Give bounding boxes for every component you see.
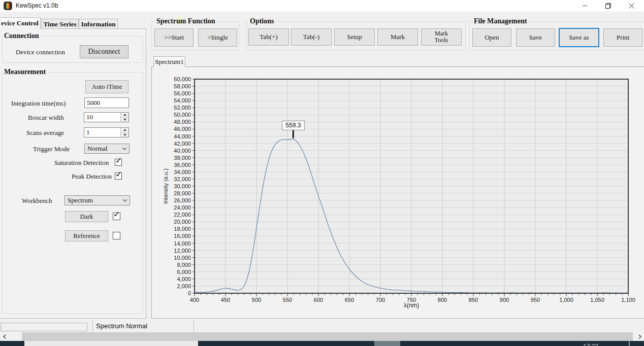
close-button[interactable]	[620, 0, 643, 12]
restore-button[interactable]	[596, 0, 620, 12]
horizontal-scrollbar[interactable]	[0, 332, 644, 341]
spectrum-chart[interactable]: 4004505005506006507007508008509009501,00…	[152, 67, 644, 317]
windows-taskbar[interactable]: 17:22	[0, 341, 644, 346]
check-icon: ✓	[115, 170, 122, 179]
status-separator	[194, 321, 194, 332]
workbench-combobox[interactable]: Spectrum	[65, 195, 130, 205]
x-tick-label: 450	[221, 297, 230, 303]
peak-label: 559.3	[285, 122, 301, 129]
single-button[interactable]: >Single	[198, 28, 237, 47]
x-tick-label: 650	[345, 297, 354, 303]
y-tick-label: 38,000	[174, 155, 191, 161]
minimize-icon	[582, 3, 588, 9]
measurement-group-title: Measurement	[3, 68, 47, 76]
x-tick-label: 950	[531, 297, 540, 303]
reference-button[interactable]: Reference	[65, 230, 108, 241]
connection-group-title: Connection	[3, 32, 40, 40]
scans-spin-down[interactable]	[121, 133, 128, 137]
status-message: Spectrum Normal	[96, 320, 147, 332]
show-desktop-divider	[629, 341, 630, 346]
y-tick-label: 10,000	[174, 255, 191, 261]
scrollbar-thumb[interactable]	[22, 332, 633, 341]
save-as-button[interactable]: Save as	[559, 28, 599, 47]
window-title: KewSpec v1.0b	[16, 0, 58, 12]
taskbar-clock: 17:22	[583, 343, 619, 346]
x-tick-label: 850	[469, 297, 478, 303]
auto-itime-button[interactable]: Auto iTime	[85, 80, 128, 93]
status-progress-bar	[1, 323, 87, 331]
scroll-right-button[interactable]	[635, 332, 644, 341]
y-tick-label: 24,000	[174, 204, 191, 211]
y-tick-label: 52,000	[174, 105, 191, 111]
setup-button[interactable]: Setup	[334, 28, 375, 46]
integration-time-value: 5000	[87, 99, 100, 107]
start-button[interactable]: >>Start	[154, 28, 194, 47]
save-button[interactable]: Save	[516, 28, 555, 47]
spin-up-icon	[123, 129, 126, 131]
saturation-detection-checkbox[interactable]: ✓	[115, 159, 122, 166]
y-tick-label: 60,000	[174, 76, 191, 82]
mark-button[interactable]: Mark	[377, 28, 418, 46]
boxcar-width-spinbox[interactable]: 10	[84, 112, 129, 122]
trigger-mode-combobox[interactable]: Normal	[84, 144, 130, 154]
title-bar: KewSpec v1.0b	[0, 0, 644, 12]
boxcar-spin-up[interactable]	[121, 113, 128, 118]
disconnect-button[interactable]: Disconnect	[80, 45, 128, 58]
y-tick-label: 14,000	[174, 240, 191, 247]
y-tick-label: 26,000	[174, 197, 191, 203]
boxcar-spin-down[interactable]	[121, 118, 128, 122]
y-tick-label: 50,000	[174, 112, 191, 118]
y-tick-label: 58,000	[174, 83, 191, 89]
y-tick-label: 22,000	[174, 212, 191, 218]
status-bar: Spectrum Normal	[0, 320, 644, 332]
minimize-button[interactable]	[573, 0, 596, 12]
peak-detection-checkbox[interactable]: ✓	[115, 172, 122, 180]
x-tick-label: 600	[314, 297, 323, 303]
print-button[interactable]: Print	[603, 28, 642, 47]
options-title: Options	[248, 17, 275, 25]
tab-spectrum1[interactable]: Spectrum1	[153, 56, 185, 67]
open-button[interactable]: Open	[472, 28, 511, 47]
y-tick-label: 20,000	[174, 219, 191, 225]
dark-button[interactable]: Dark	[65, 211, 108, 222]
check-icon: ✓	[115, 157, 122, 165]
tab-plus-button[interactable]: Tab(+)	[248, 28, 289, 46]
application-window: KewSpec v1.0b evice Control Time Series …	[0, 0, 644, 346]
close-icon	[629, 3, 634, 9]
trigger-mode-value: Normal	[87, 144, 108, 153]
taskbar-app-button[interactable]	[24, 341, 198, 346]
tab-time-series-label: Time Series	[43, 20, 76, 28]
scans-spin-arrows	[120, 128, 128, 137]
x-axis-title: λ(nm)	[404, 302, 420, 309]
integration-time-label: Integration time(ms)	[11, 99, 66, 108]
mark-tools-button[interactable]: Mark Tools	[421, 28, 462, 46]
spin-up-icon	[123, 114, 126, 116]
tab-device-control[interactable]: evice Control	[0, 17, 41, 29]
trigger-mode-label: Trigger Mode	[33, 145, 70, 153]
dark-checkbox[interactable]: ✓	[113, 213, 120, 220]
taskbar-app-button-2[interactable]	[374, 341, 400, 346]
scans-average-spinbox[interactable]: 1	[84, 127, 129, 137]
check-icon: ✓	[113, 211, 120, 219]
device-control-pane: Connection Device connection Disconnect …	[0, 28, 146, 319]
tab-time-series[interactable]: Time Series	[41, 19, 79, 29]
tab-minus-button[interactable]: Tab(-)	[291, 28, 332, 46]
file-management-title: File Management	[472, 17, 529, 25]
chevron-down-icon	[122, 199, 127, 202]
scans-spin-up[interactable]	[121, 128, 128, 133]
y-tick-label: 28,000	[174, 190, 191, 196]
scans-average-label: Scans average	[26, 129, 64, 137]
integration-time-input[interactable]: 5000	[84, 97, 129, 108]
spectrum-function-title: Spectrum Function	[155, 17, 217, 25]
y-tick-label: 12,000	[174, 248, 191, 254]
scroll-left-button[interactable]	[0, 332, 9, 341]
x-tick-label: 550	[283, 297, 292, 303]
boxcar-spin-arrows	[120, 113, 128, 122]
x-tick-label: 1,100	[621, 297, 635, 303]
x-tick-label: 800	[438, 297, 447, 303]
tab-information[interactable]: Information	[79, 19, 118, 29]
saturation-detection-label: Saturation Detection	[54, 159, 109, 167]
workbench-value: Spectrum	[68, 196, 93, 205]
reference-checkbox[interactable]	[113, 232, 120, 239]
y-tick-label: 0	[188, 290, 191, 296]
